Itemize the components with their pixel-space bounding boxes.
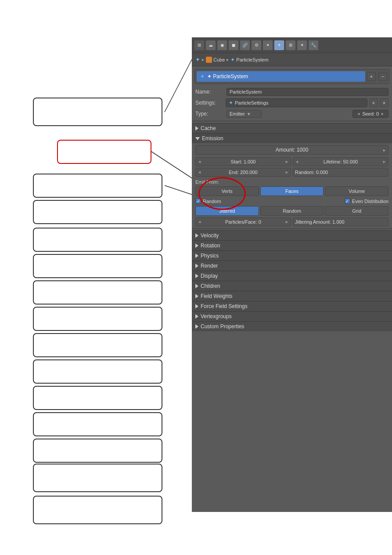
emit-faces-button[interactable]: Faces bbox=[260, 186, 324, 196]
name-label: Name: bbox=[195, 89, 224, 95]
amount-arrow-icon: ▸ bbox=[383, 148, 385, 152]
toolbar-icon-object[interactable]: ◼ bbox=[229, 40, 238, 50]
amount-bar[interactable]: Amount: 1000 ▸ bbox=[195, 145, 388, 155]
toolbar-icon-material[interactable]: ⚙ bbox=[252, 40, 261, 50]
emission-section-header[interactable]: Emission bbox=[192, 133, 392, 143]
settings-remove-btn[interactable]: × bbox=[380, 98, 388, 107]
annotation-box-6 bbox=[33, 254, 162, 278]
pf-left-arrow: ◄ bbox=[198, 220, 201, 224]
settings-value: ParticleSettings bbox=[235, 100, 268, 105]
annotation-box-2-red bbox=[57, 140, 151, 164]
render-section[interactable]: Render bbox=[192, 261, 392, 271]
random-check-item: ✓ Random bbox=[195, 198, 221, 204]
breadcrumb-cube[interactable]: Cube bbox=[206, 57, 225, 63]
settings-add-btn[interactable]: + bbox=[369, 98, 378, 107]
toolbar: ⊞ ☁ ◉ ◼ 🔗 ⚙ ✦ ✦ ⊞ ✦ 🔧 bbox=[192, 37, 392, 53]
start-lifetime-row: ◄ Start: 1.000 ► ◄ Lifetime: 50.000 ► bbox=[192, 156, 392, 167]
random-field[interactable]: Random: 0.000 bbox=[293, 168, 388, 177]
vertexgroups-section[interactable]: Vertexgroups bbox=[192, 311, 392, 321]
dropdown-arrow-icon: ▼ bbox=[247, 112, 251, 116]
end-field[interactable]: ◄ End: 200.000 ► bbox=[195, 168, 291, 177]
breadcrumb-arrow-1: ▸ bbox=[202, 57, 204, 62]
toolbar-icon-modifiers[interactable]: 🔧 bbox=[309, 40, 318, 50]
seed-value: Seed: 0 bbox=[362, 111, 379, 116]
toolbar-icon-physics[interactable]: ⊞ bbox=[286, 40, 295, 50]
even-dist-checkbox[interactable]: ✓ bbox=[345, 198, 350, 204]
annotation-box-10 bbox=[33, 359, 162, 384]
render-label: Render bbox=[201, 263, 218, 269]
children-label: Children bbox=[201, 283, 220, 289]
toolbar-icon-world[interactable]: ◉ bbox=[217, 40, 227, 50]
vertexgroups-label: Vertexgroups bbox=[201, 313, 232, 319]
field-weights-label: Field Weights bbox=[201, 293, 232, 299]
breadcrumb: ✦ ▸ Cube ▸ ✦ ParticleSystem bbox=[192, 53, 392, 66]
emit-from-label: Emit From: bbox=[192, 178, 392, 185]
particle-icon: ✦ bbox=[230, 57, 235, 63]
name-field[interactable]: ParticleSystem bbox=[227, 88, 388, 96]
field-weights-section[interactable]: Field Weights bbox=[192, 291, 392, 301]
toolbar-icon-texture[interactable]: ✦ bbox=[263, 40, 273, 50]
breadcrumb-particle[interactable]: ✦ ParticleSystem bbox=[230, 57, 268, 63]
settings-field[interactable]: ✦ ParticleSettings bbox=[226, 98, 367, 107]
svg-line-0 bbox=[165, 53, 195, 112]
start-value: Start: 1.000 bbox=[231, 159, 256, 164]
children-section[interactable]: Children bbox=[192, 281, 392, 291]
toolbar-icon-particles[interactable]: ✦ bbox=[274, 40, 284, 50]
toolbar-icon-scene[interactable]: ☁ bbox=[206, 40, 216, 50]
ps-add-button[interactable]: + bbox=[367, 72, 376, 81]
end-left-arrow: ◄ bbox=[198, 170, 201, 174]
physics-label: Physics bbox=[201, 253, 219, 259]
particles-face-field[interactable]: ◄ Particles/Face: 0 ► bbox=[195, 218, 291, 226]
random-checkbox[interactable]: ✓ bbox=[195, 198, 201, 204]
pf-right-arrow: ► bbox=[285, 220, 289, 224]
force-field-section[interactable]: Force Field Settings bbox=[192, 301, 392, 311]
lifetime-field[interactable]: ◄ Lifetime: 50.000 ► bbox=[293, 157, 388, 166]
toolbar-icon-render[interactable]: ⊞ bbox=[194, 40, 204, 50]
breadcrumb-home-icon[interactable]: ✦ bbox=[195, 56, 200, 63]
velocity-section[interactable]: Velocity bbox=[192, 230, 392, 240]
toolbar-icon-constraints[interactable]: ✦ bbox=[297, 40, 307, 50]
end-value: End: 200.000 bbox=[229, 170, 257, 175]
name-row: Name: ParticleSystem bbox=[192, 87, 392, 97]
ps-star-icon: ✦ bbox=[200, 73, 205, 80]
jittering-amount-field[interactable]: Jittering Amount: 1.000 bbox=[293, 218, 388, 226]
annotation-box-15 bbox=[33, 496, 162, 524]
type-dropdown[interactable]: Emitter ▼ bbox=[227, 110, 262, 118]
display-label: Display bbox=[201, 273, 218, 279]
random-jitter-button[interactable]: Random bbox=[260, 206, 324, 216]
breadcrumb-arrow-2: ▸ bbox=[227, 57, 229, 62]
start-right-arrow: ► bbox=[285, 160, 289, 164]
cache-section-header[interactable]: Cache bbox=[192, 123, 392, 133]
particles-face-value: Particles/Face: 0 bbox=[225, 219, 261, 225]
breadcrumb-particle-label: ParticleSystem bbox=[236, 57, 268, 62]
jittered-button[interactable]: Jittered bbox=[195, 206, 259, 216]
grid-button[interactable]: Grid bbox=[325, 206, 388, 216]
rotation-triangle-icon bbox=[195, 243, 198, 248]
physics-section[interactable]: Physics bbox=[192, 250, 392, 261]
display-section[interactable]: Display bbox=[192, 271, 392, 281]
divider-1 bbox=[192, 121, 392, 121]
rotation-section[interactable]: Rotation bbox=[192, 240, 392, 250]
ps-remove-button[interactable]: − bbox=[378, 72, 387, 81]
display-triangle-icon bbox=[195, 274, 198, 278]
ps-list: ✦ ✦ ParticleSystem + − bbox=[194, 69, 389, 84]
annotation-box-11 bbox=[33, 386, 162, 410]
vertexgroups-triangle-icon bbox=[195, 314, 198, 319]
start-field[interactable]: ◄ Start: 1.000 ► bbox=[195, 157, 291, 166]
custom-props-section[interactable]: Custom Properties bbox=[192, 321, 392, 331]
custom-props-label: Custom Properties bbox=[201, 323, 244, 330]
seed-field[interactable]: ◄ Seed: 0 ► bbox=[352, 110, 388, 118]
even-dist-label: Even Distribution bbox=[352, 199, 388, 204]
settings-label: Settings: bbox=[195, 100, 224, 106]
checkbox-row: ✓ Random ✓ Even Distribution bbox=[192, 197, 392, 205]
divider-2 bbox=[192, 229, 392, 229]
toolbar-icon-mesh[interactable]: 🔗 bbox=[240, 40, 250, 50]
annotation-box-3 bbox=[33, 174, 162, 198]
annotation-box-14 bbox=[33, 464, 162, 492]
emit-verts-button[interactable]: Verts bbox=[195, 186, 259, 196]
settings-star-icon: ✦ bbox=[229, 100, 233, 106]
custom-props-triangle-icon bbox=[195, 324, 198, 329]
start-left-arrow: ◄ bbox=[198, 160, 201, 164]
ps-list-item[interactable]: ✦ ✦ ParticleSystem bbox=[197, 71, 365, 82]
emit-volume-button[interactable]: Volume bbox=[325, 186, 388, 196]
